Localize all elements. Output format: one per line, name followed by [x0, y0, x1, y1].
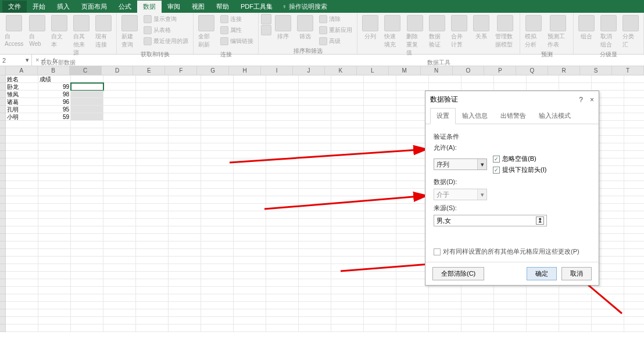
cell[interactable] — [396, 166, 429, 174]
cell[interactable] — [71, 91, 103, 98]
cell[interactable] — [331, 166, 364, 174]
cell[interactable] — [201, 309, 234, 317]
cell[interactable] — [429, 317, 461, 324]
row-header[interactable] — [0, 317, 6, 324]
cell[interactable] — [169, 113, 201, 121]
ribbon-small-button[interactable]: 从表格 — [141, 25, 191, 35]
cell[interactable] — [201, 294, 234, 302]
cell[interactable] — [136, 317, 169, 324]
cell[interactable] — [266, 174, 299, 181]
ribbon-small-button[interactable]: 显示查询 — [141, 14, 191, 24]
cell[interactable] — [396, 317, 429, 324]
cell[interactable] — [624, 272, 644, 279]
cell[interactable] — [6, 181, 38, 189]
cell[interactable] — [136, 226, 169, 234]
row-header[interactable] — [0, 174, 6, 181]
cell[interactable] — [103, 166, 136, 174]
cell[interactable] — [266, 128, 299, 136]
cell[interactable] — [136, 294, 169, 302]
cell[interactable] — [266, 196, 299, 204]
apply-all-checkbox[interactable]: 对有同样设置的所有其他单元格应用这些更改(P) — [434, 247, 591, 256]
cell[interactable] — [592, 75, 624, 83]
cell[interactable] — [624, 302, 644, 309]
cell[interactable] — [559, 302, 592, 309]
cell[interactable] — [136, 204, 169, 211]
cell[interactable] — [201, 226, 234, 234]
cell[interactable] — [169, 317, 201, 324]
cell[interactable] — [169, 234, 201, 241]
cell[interactable] — [201, 83, 234, 91]
cell[interactable] — [396, 136, 429, 143]
cell[interactable] — [364, 106, 396, 113]
cell[interactable] — [559, 317, 592, 324]
column-header[interactable]: J — [293, 66, 325, 75]
row-header[interactable] — [0, 211, 6, 219]
cell[interactable] — [396, 264, 429, 272]
cell[interactable] — [201, 98, 234, 106]
cell[interactable] — [6, 234, 38, 241]
cell[interactable] — [103, 279, 136, 287]
cell[interactable] — [396, 83, 429, 91]
cell[interactable] — [201, 241, 234, 249]
cancel-formula-icon[interactable]: × — [35, 56, 39, 64]
cell[interactable] — [494, 324, 527, 332]
cell[interactable] — [201, 151, 234, 158]
column-header[interactable]: I — [261, 66, 293, 75]
cell[interactable] — [364, 241, 396, 249]
cell[interactable] — [527, 324, 559, 332]
cell[interactable] — [331, 287, 364, 294]
cell[interactable] — [592, 317, 624, 324]
cell[interactable] — [331, 181, 364, 189]
cell[interactable] — [103, 309, 136, 317]
cell[interactable] — [364, 294, 396, 302]
cell[interactable] — [299, 196, 331, 204]
cell[interactable] — [71, 211, 103, 219]
cell[interactable] — [71, 241, 103, 249]
cell[interactable] — [429, 302, 461, 309]
cell[interactable] — [71, 174, 103, 181]
cell[interactable] — [331, 196, 364, 204]
cell[interactable] — [38, 166, 71, 174]
cell[interactable] — [299, 302, 331, 309]
cell[interactable] — [266, 143, 299, 151]
cell[interactable] — [624, 91, 644, 98]
cell[interactable] — [266, 75, 299, 83]
cell[interactable] — [299, 189, 331, 196]
cell[interactable] — [266, 181, 299, 189]
cell[interactable] — [71, 98, 103, 106]
cell[interactable] — [364, 166, 396, 174]
cell[interactable] — [429, 75, 461, 83]
cell[interactable] — [6, 272, 38, 279]
cell[interactable]: 59 — [38, 113, 71, 121]
cell[interactable] — [201, 121, 234, 128]
cell[interactable] — [331, 113, 364, 121]
cell[interactable] — [103, 317, 136, 324]
cell[interactable] — [71, 287, 103, 294]
cell[interactable] — [201, 302, 234, 309]
cell[interactable] — [331, 302, 364, 309]
cell[interactable] — [169, 294, 201, 302]
cell[interactable] — [169, 166, 201, 174]
cell[interactable] — [429, 324, 461, 332]
cell[interactable] — [331, 241, 364, 249]
cell[interactable] — [624, 234, 644, 241]
cell[interactable] — [266, 302, 299, 309]
cell[interactable] — [559, 309, 592, 317]
ribbon-button[interactable]: 全部刷新 — [196, 14, 217, 50]
cell[interactable] — [364, 264, 396, 272]
cell[interactable] — [592, 324, 624, 332]
cell[interactable]: 卧龙 — [6, 83, 38, 91]
cell[interactable] — [266, 91, 299, 98]
cell[interactable] — [169, 324, 201, 332]
cell[interactable] — [136, 279, 169, 287]
cell[interactable] — [234, 204, 266, 211]
cell[interactable] — [103, 234, 136, 241]
cell[interactable] — [169, 196, 201, 204]
cell[interactable] — [71, 196, 103, 204]
cell[interactable] — [6, 219, 38, 226]
ribbon-button[interactable]: 数据验证 — [427, 14, 448, 50]
cell[interactable] — [103, 219, 136, 226]
row-header[interactable] — [0, 136, 6, 143]
cell[interactable] — [461, 287, 494, 294]
ok-button[interactable]: 确定 — [527, 267, 557, 280]
